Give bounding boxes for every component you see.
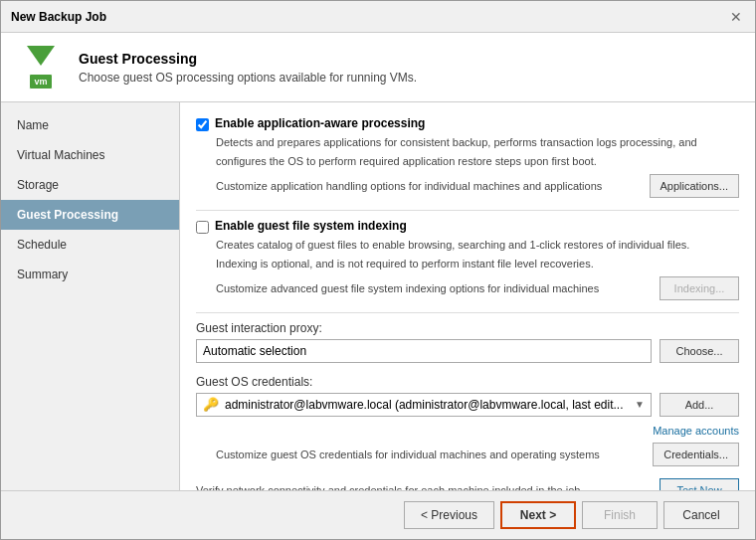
vm-icon: vm: [29, 74, 52, 90]
app-aware-label: Enable application-aware processing: [215, 116, 425, 130]
file-indexing-desc1: Creates catalog of guest files to enable…: [216, 238, 739, 253]
sidebar-item-name[interactable]: Name: [1, 110, 179, 140]
credentials-value: administrator@labvmware.local (administr…: [225, 398, 635, 412]
sidebar-item-schedule[interactable]: Schedule: [1, 230, 179, 260]
choose-button[interactable]: Choose...: [660, 339, 739, 363]
verify-row: Verify network connectivity and credenti…: [196, 478, 739, 490]
header-text: Guest Processing Choose guest OS process…: [79, 51, 417, 85]
next-button[interactable]: Next >: [500, 501, 576, 529]
sidebar-item-guest-processing[interactable]: Guest Processing: [1, 200, 179, 230]
test-now-button[interactable]: Test Now: [660, 478, 739, 490]
proxy-section: Guest interaction proxy: Choose...: [196, 321, 739, 363]
arrow-icon: [27, 46, 55, 66]
app-aware-customize-text: Customize application handling options f…: [216, 180, 602, 192]
credentials-select[interactable]: 🔑 administrator@labvmware.local (adminis…: [196, 393, 652, 417]
credentials-customize-text: Customize guest OS credentials for indiv…: [216, 449, 600, 460]
header-subtitle: Choose guest OS processing options avail…: [79, 71, 417, 85]
header-area: vm Guest Processing Choose guest OS proc…: [1, 33, 755, 102]
sidebar-item-storage[interactable]: Storage: [1, 170, 179, 200]
file-indexing-checkbox[interactable]: [196, 221, 209, 234]
close-button[interactable]: ✕: [727, 8, 745, 26]
credentials-label: Guest OS credentials:: [196, 375, 739, 389]
credentials-input-row: 🔑 administrator@labvmware.local (adminis…: [196, 393, 739, 417]
footer-buttons: < Previous Next > Finish Cancel: [404, 501, 739, 529]
file-indexing-label: Enable guest file system indexing: [215, 219, 407, 233]
dialog-title: New Backup Job: [11, 10, 106, 24]
file-indexing-desc2: Indexing is optional, and is not require…: [216, 257, 739, 271]
cancel-button[interactable]: Cancel: [663, 501, 739, 529]
title-bar: New Backup Job ✕: [1, 1, 755, 33]
divider-2: [196, 312, 739, 313]
credentials-customize-row: Customize guest OS credentials for indiv…: [216, 443, 739, 466]
sidebar-item-virtual-machines[interactable]: Virtual Machines: [1, 140, 179, 170]
content-area: Enable application-aware processing Dete…: [180, 102, 755, 490]
app-aware-desc1: Detects and prepares applications for co…: [216, 135, 739, 150]
file-indexing-customize-row: Customize advanced guest file system ind…: [216, 276, 739, 300]
header-title: Guest Processing: [79, 51, 417, 67]
app-aware-section: Enable application-aware processing Dete…: [196, 116, 739, 198]
proxy-input-row: Choose...: [196, 339, 739, 363]
finish-button[interactable]: Finish: [582, 501, 658, 529]
credentials-button[interactable]: Credentials...: [653, 443, 739, 466]
credentials-section: Guest OS credentials: 🔑 administrator@la…: [196, 375, 739, 466]
app-aware-checkbox-row: Enable application-aware processing: [196, 116, 739, 131]
app-aware-checkbox[interactable]: [196, 118, 209, 131]
previous-button[interactable]: < Previous: [404, 501, 494, 529]
indexing-button[interactable]: Indexing...: [660, 276, 739, 300]
applications-button[interactable]: Applications...: [650, 174, 739, 198]
manage-accounts-link[interactable]: Manage accounts: [196, 425, 739, 437]
file-indexing-customize-text: Customize advanced guest file system ind…: [216, 282, 599, 294]
add-button[interactable]: Add...: [660, 393, 739, 417]
file-indexing-checkbox-row: Enable guest file system indexing: [196, 219, 739, 234]
app-aware-customize-row: Customize application handling options f…: [216, 174, 739, 198]
key-icon: 🔑: [203, 397, 219, 412]
sidebar-item-summary[interactable]: Summary: [1, 260, 179, 289]
footer: < Previous Next > Finish Cancel: [1, 490, 755, 539]
sidebar: Name Virtual Machines Storage Guest Proc…: [1, 102, 180, 490]
dialog: New Backup Job ✕ vm Guest Processing Cho…: [0, 0, 756, 540]
main-area: Name Virtual Machines Storage Guest Proc…: [1, 102, 755, 490]
divider-1: [196, 210, 739, 211]
proxy-input[interactable]: [196, 339, 652, 363]
dropdown-arrow-icon: ▼: [635, 399, 645, 410]
header-icon: vm: [17, 44, 65, 91]
proxy-label: Guest interaction proxy:: [196, 321, 739, 335]
app-aware-desc2: configures the OS to perform required ap…: [216, 154, 739, 169]
file-indexing-section: Enable guest file system indexing Create…: [196, 219, 739, 300]
